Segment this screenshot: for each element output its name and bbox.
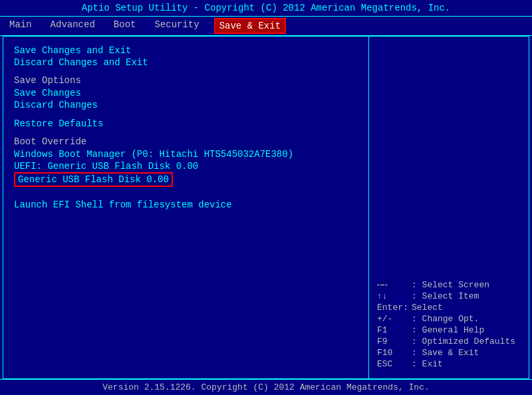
help-desc-2: Select <box>412 303 443 313</box>
save-options-label: Save Options <box>14 75 358 86</box>
save-changes-exit[interactable]: Save Changes and Exit <box>14 45 358 57</box>
help-desc-7: : Exit <box>412 359 443 369</box>
help-row-2: Enter: Select <box>377 303 521 313</box>
discard-changes[interactable]: Discard Changes <box>14 99 358 111</box>
windows-boot-manager[interactable]: Windows Boot Manager (P0: Hitachi HTS545… <box>14 148 358 160</box>
menu-item-advanced[interactable]: Advanced <box>47 18 99 34</box>
left-panel: Save Changes and Exit Discard Changes an… <box>3 37 369 378</box>
menu-item-main[interactable]: Main <box>5 18 36 34</box>
help-desc-6: : Save & Exit <box>412 348 479 358</box>
help-key-3: +/- <box>377 314 412 324</box>
launch-efi-shell[interactable]: Launch EFI Shell from filesystem device <box>14 199 358 211</box>
title-bar: Aptio Setup Utility - Copyright (C) 2012… <box>0 0 532 16</box>
help-desc-4: : General Help <box>412 325 484 335</box>
menu-item-boot[interactable]: Boot <box>110 18 140 34</box>
help-row-3: +/- : Change Opt. <box>377 314 521 324</box>
section-restore: Restore Defaults <box>14 118 358 130</box>
help-row-1: ↑↓ : Select Item <box>377 291 521 301</box>
help-desc-0: : Select Screen <box>412 280 489 290</box>
help-row-6: F10 : Save & Exit <box>377 348 521 358</box>
help-key-7: ESC <box>377 359 412 369</box>
restore-defaults[interactable]: Restore Defaults <box>14 118 358 130</box>
help-desc-1: : Select Item <box>412 291 479 301</box>
footer-text: Version 2.15.1226. Copyright (C) 2012 Am… <box>102 382 429 392</box>
help-section: ↔↔ : Select Screen ↑↓ : Select Item Ente… <box>377 280 521 370</box>
help-row-0: ↔↔ : Select Screen <box>377 280 521 290</box>
right-panel: ↔↔ : Select Screen ↑↓ : Select Item Ente… <box>369 37 529 378</box>
menu-item-save-exit[interactable]: Save & Exit <box>214 18 286 34</box>
main-content: Save Changes and Exit Discard Changes an… <box>3 36 529 379</box>
section-boot-override: Boot Override Windows Boot Manager (P0: … <box>14 136 358 187</box>
section-save-exit: Save Changes and Exit Discard Changes an… <box>14 45 358 68</box>
uefi-generic-usb[interactable]: UEFI: Generic USB Flash Disk 0.00 <box>14 160 358 172</box>
menu-item-security[interactable]: Security <box>150 18 203 34</box>
title-text: Aptio Setup Utility - Copyright (C) 2012… <box>82 3 451 13</box>
section-launch-efi: Launch EFI Shell from filesystem device <box>14 194 358 211</box>
help-key-5: F9 <box>377 336 412 346</box>
help-row-4: F1 : General Help <box>377 325 521 335</box>
section-save-options: Save Options Save Changes Discard Change… <box>14 75 358 111</box>
help-key-6: F10 <box>377 348 412 358</box>
help-row-5: F9 : Optimized Defaults <box>377 336 521 346</box>
boot-override-label: Boot Override <box>14 136 358 147</box>
help-key-2: Enter: <box>377 303 412 313</box>
help-key-1: ↑↓ <box>377 291 412 301</box>
save-changes[interactable]: Save Changes <box>14 87 358 99</box>
generic-usb-flash[interactable]: Generic USB Flash Disk 0.00 <box>14 172 173 187</box>
help-desc-5: : Optimized Defaults <box>412 336 515 346</box>
footer: Version 2.15.1226. Copyright (C) 2012 Am… <box>0 379 532 395</box>
help-desc-3: : Change Opt. <box>412 314 479 324</box>
help-key-0: ↔↔ <box>377 280 412 290</box>
help-row-7: ESC : Exit <box>377 359 521 369</box>
menu-bar: Main Advanced Boot Security Save & Exit <box>0 16 532 36</box>
discard-changes-exit[interactable]: Discard Changes and Exit <box>14 57 358 68</box>
help-key-4: F1 <box>377 325 412 335</box>
